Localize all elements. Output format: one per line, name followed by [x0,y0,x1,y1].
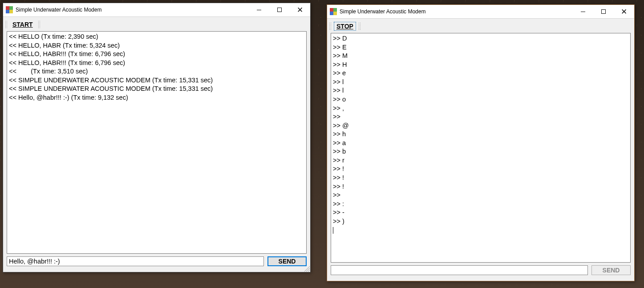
window-controls: ✕ [249,3,310,16]
close-button[interactable]: ✕ [614,5,634,18]
message-input[interactable] [331,265,588,275]
toolbar-grip [38,20,41,28]
toolbar-right: STOP [327,19,634,32]
window-title: Simple Underwater Acoustic Modem [16,7,249,13]
input-row-right: SEND [327,263,634,279]
minimize-button[interactable] [573,5,593,18]
titlebar-right[interactable]: Simple Underwater Acoustic Modem ✕ [327,5,634,19]
maximize-button[interactable] [593,5,614,18]
window-title: Simple Underwater Acoustic Modem [340,8,573,15]
toolbar-left: START [3,17,310,30]
window-controls: ✕ [573,5,634,18]
send-button[interactable]: SEND [267,256,307,266]
titlebar-left[interactable]: Simple Underwater Acoustic Modem ✕ [3,3,310,17]
window-sender: Simple Underwater Acoustic Modem ✕ START… [3,3,311,272]
input-row-left: SEND [3,254,310,270]
app-icon [330,8,337,15]
send-button: SEND [591,265,631,275]
minimize-button[interactable] [249,3,269,16]
window-receiver: Simple Underwater Acoustic Modem ✕ STOP … [327,4,635,281]
start-button[interactable]: START [9,20,36,29]
toolbar-grip [5,20,8,28]
close-button[interactable]: ✕ [290,3,310,16]
toolbar-grip [329,22,332,30]
log-textarea-right[interactable]: >> D >> E >> M >> H >> e >> l >> l >> o … [331,33,631,263]
toolbar-grip [358,22,361,30]
maximize-button[interactable] [269,3,290,16]
app-icon [6,6,13,13]
resize-grip-icon[interactable] [304,266,310,272]
log-textarea-left[interactable]: << HELLO (Tx time: 2,390 sec) << HELLO, … [7,31,307,254]
message-input[interactable] [7,256,264,266]
stop-button[interactable]: STOP [333,21,356,31]
